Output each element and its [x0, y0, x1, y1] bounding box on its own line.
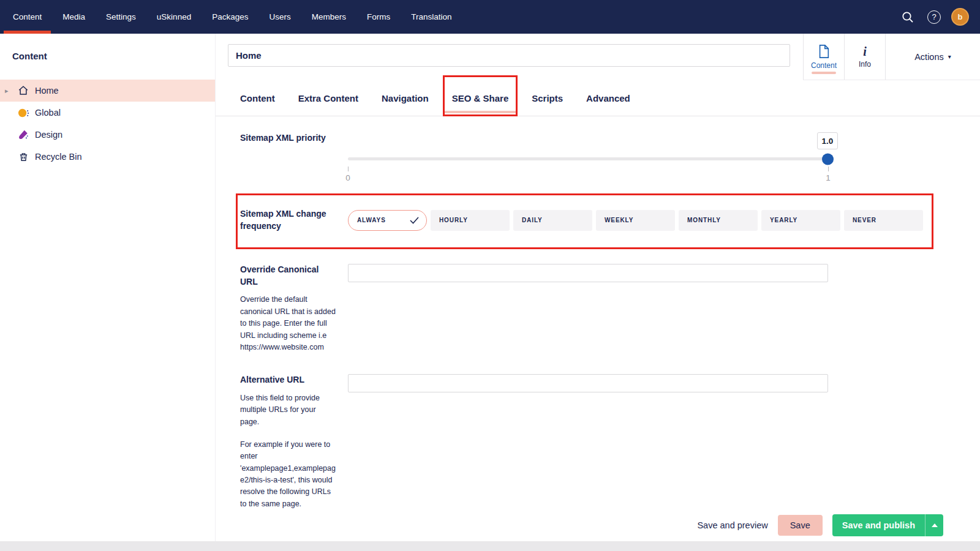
alternative-url-label: Alternative URL — [240, 374, 337, 386]
frequency-option-monthly[interactable]: MONTHLY — [679, 210, 758, 231]
canonical-url-label: Override Canonical URL — [240, 264, 337, 288]
actions-dropdown[interactable]: Actions ▾ — [885, 34, 980, 80]
alternative-url-description-1: Use this field to provide multiple URLs … — [240, 392, 337, 428]
save-button[interactable]: Save — [778, 515, 823, 536]
alternative-url-label-col: Alternative URL Use this field to provid… — [240, 374, 348, 509]
app-tab-label: Content — [811, 61, 837, 70]
frequency-option-always[interactable]: ALWAYS — [348, 210, 427, 231]
tick-mark — [348, 167, 349, 171]
info-icon: i — [863, 45, 867, 58]
globe-icon — [17, 107, 29, 119]
nav-item-content[interactable]: Content — [2, 0, 52, 34]
tree-item-global[interactable]: Global — [0, 102, 215, 124]
page-title-input[interactable] — [228, 44, 790, 67]
question-mark: ? — [927, 10, 941, 24]
app-frame: Content ▸ Home — [0, 34, 980, 541]
top-nav-items: Content Media Settings uSkinned Packages… — [0, 0, 462, 34]
tab-advanced[interactable]: Advanced — [586, 80, 630, 116]
app-tab-label: Info — [859, 60, 871, 69]
nav-item-members[interactable]: Members — [301, 0, 356, 34]
alternative-url-description-2: For example if you were to enter 'exampl… — [240, 439, 337, 509]
search-icon[interactable] — [899, 8, 917, 26]
home-icon — [17, 84, 29, 97]
frequency-option-yearly[interactable]: YEARLY — [761, 210, 840, 231]
priority-slider-scale: 0 1 — [348, 167, 828, 182]
tree-item-label: Global — [35, 108, 61, 118]
canonical-url-input[interactable] — [348, 264, 828, 282]
nav-item-uskinned[interactable]: uSkinned — [146, 0, 202, 34]
scale-max-label: 1 — [826, 173, 831, 182]
priority-slider-track[interactable] — [348, 157, 828, 160]
help-icon[interactable]: ? — [925, 8, 943, 26]
alternative-url-input[interactable] — [348, 374, 828, 392]
sitemap-frequency-label-col: Sitemap XML change frequency — [240, 208, 348, 232]
tree-item-label: Recycle Bin — [35, 152, 82, 162]
nav-item-settings[interactable]: Settings — [96, 0, 146, 34]
check-icon — [410, 217, 419, 224]
canonical-url-description: Override the default canonical URL that … — [240, 294, 337, 353]
editor-main: Content i Info Actions ▾ Content Extra C… — [216, 34, 980, 541]
nav-item-users[interactable]: Users — [258, 0, 301, 34]
tab-seo-share[interactable]: SEO & Share — [452, 80, 509, 116]
chevron-up-icon — [932, 523, 938, 527]
user-avatar[interactable]: b — [951, 8, 969, 26]
content-tree-sidebar: Content ▸ Home — [0, 34, 216, 541]
alternative-url-row: Alternative URL Use this field to provid… — [240, 374, 968, 509]
app-tab-info[interactable]: i Info — [844, 34, 885, 80]
tab-content[interactable]: Content — [240, 80, 275, 116]
save-and-preview-button[interactable]: Save and preview — [697, 520, 767, 530]
tab-label: SEO & Share — [452, 93, 509, 103]
scale-max: 1 — [824, 167, 832, 182]
sitemap-frequency-row: Sitemap XML change frequency ALWAYS HOUR… — [240, 208, 968, 232]
top-navigation: Content Media Settings uSkinned Packages… — [0, 0, 980, 34]
tree-item-label: Home — [35, 86, 59, 96]
tree-item-design[interactable]: Design — [0, 124, 215, 146]
trash-icon — [17, 151, 29, 163]
frequency-option-hourly[interactable]: HOURLY — [431, 210, 510, 231]
tab-extra-content[interactable]: Extra Content — [298, 80, 358, 116]
tab-navigation[interactable]: Navigation — [382, 80, 429, 116]
frequency-option-label: ALWAYS — [357, 217, 386, 223]
frequency-option-daily[interactable]: DAILY — [513, 210, 592, 231]
frequency-options: ALWAYS HOURLY DAILY WEEKLY MONTHLY YEARL… — [348, 210, 923, 231]
nav-item-packages[interactable]: Packages — [202, 0, 258, 34]
top-nav-right: ? b — [899, 0, 980, 34]
document-icon — [817, 44, 831, 59]
app-tab-content[interactable]: Content — [803, 34, 844, 80]
priority-slider-thumb[interactable] — [822, 153, 834, 165]
save-and-publish-label: Save and publish — [832, 514, 925, 536]
tick-mark — [828, 167, 829, 171]
save-and-publish-button[interactable]: Save and publish — [832, 514, 943, 536]
nav-item-translation[interactable]: Translation — [401, 0, 462, 34]
tree-item-recycle-bin[interactable]: Recycle Bin — [0, 146, 215, 168]
paintbrush-icon — [17, 129, 29, 141]
tab-scripts[interactable]: Scripts — [532, 80, 563, 116]
editor-footer: Save and preview Save Save and publish — [216, 509, 980, 541]
priority-value-box[interactable]: 1.0 — [817, 132, 838, 149]
canonical-url-label-col: Override Canonical URL Override the defa… — [240, 264, 348, 353]
frequency-option-never[interactable]: NEVER — [844, 210, 923, 231]
frequency-option-weekly[interactable]: WEEKLY — [596, 210, 675, 231]
canonical-url-row: Override Canonical URL Override the defa… — [240, 264, 968, 353]
editor-app-tabs: Content i Info — [803, 34, 885, 80]
chevron-down-icon: ▾ — [948, 53, 951, 60]
content-tree: ▸ Home Global — [0, 80, 215, 168]
publish-options-caret[interactable] — [925, 514, 943, 536]
sitemap-priority-label-col: Sitemap XML priority — [240, 132, 348, 182]
editor-header: Content i Info Actions ▾ — [216, 34, 980, 80]
sitemap-priority-row: Sitemap XML priority 1.0 0 1 — [240, 132, 968, 182]
nav-item-media[interactable]: Media — [52, 0, 96, 34]
tree-expand-caret-icon[interactable]: ▸ — [5, 87, 9, 95]
document-tabs: Content Extra Content Navigation SEO & S… — [216, 80, 980, 116]
tree-item-home[interactable]: ▸ Home — [0, 80, 215, 102]
scale-min: 0 — [344, 167, 352, 182]
form-content-area: Sitemap XML priority 1.0 0 1 — [216, 116, 980, 509]
tree-item-label: Design — [35, 130, 62, 140]
sitemap-frequency-label: Sitemap XML change frequency — [240, 208, 337, 232]
sidebar-section-title: Content — [0, 34, 215, 61]
priority-slider-field: 1.0 0 1 — [348, 132, 828, 182]
nav-item-forms[interactable]: Forms — [356, 0, 401, 34]
actions-label: Actions — [914, 52, 944, 62]
sitemap-priority-label: Sitemap XML priority — [240, 132, 337, 144]
scale-min-label: 0 — [345, 173, 350, 182]
